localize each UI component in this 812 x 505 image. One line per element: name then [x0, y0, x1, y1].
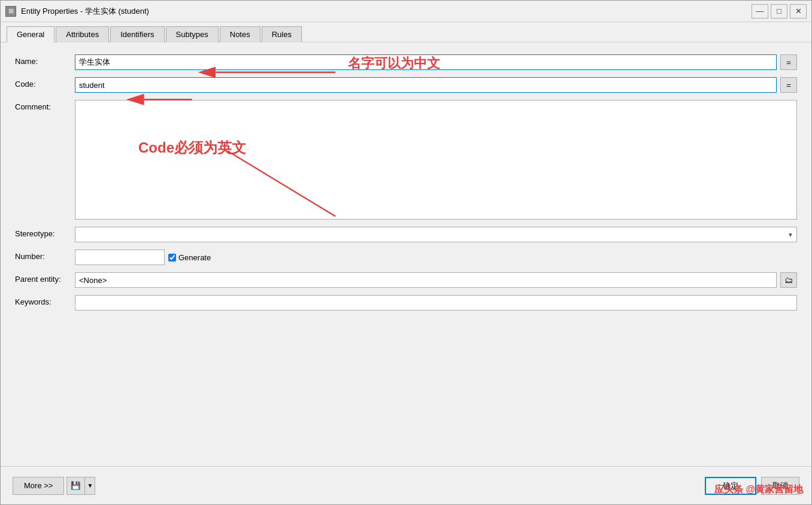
cancel-button[interactable]: 取消: [761, 477, 799, 495]
tab-attributes[interactable]: Attributes: [56, 26, 109, 42]
tab-notes[interactable]: Notes: [220, 26, 260, 42]
title-bar: ⊞ Entity Properties - 学生实体 (student) — □…: [1, 1, 811, 22]
parent-entity-browse-button[interactable]: 🗂: [780, 272, 797, 288]
number-label: Number:: [15, 250, 75, 261]
comment-textarea[interactable]: [75, 100, 797, 220]
keywords-input[interactable]: [75, 295, 797, 311]
number-row: Number: Generate: [15, 250, 797, 265]
main-window: ⊞ Entity Properties - 学生实体 (student) — □…: [0, 0, 812, 505]
save-split-button: 💾 ▼: [66, 477, 95, 495]
tab-subtypes[interactable]: Subtypes: [166, 26, 219, 42]
parent-entity-row: Parent entity: 🗂: [15, 272, 797, 288]
keywords-label: Keywords:: [15, 295, 75, 306]
ok-button[interactable]: 确定: [705, 477, 756, 495]
keywords-control-wrap: [75, 295, 797, 311]
stereotype-control-wrap: ▼: [75, 227, 797, 242]
tab-general[interactable]: General: [7, 26, 54, 42]
stereotype-select-wrapper: ▼: [75, 227, 797, 242]
footer-left: More >> 💾 ▼: [13, 477, 700, 495]
comment-row: Comment:: [15, 100, 797, 220]
code-label: Code:: [15, 77, 75, 89]
parent-entity-input[interactable]: [75, 272, 777, 288]
code-eq-button[interactable]: =: [780, 77, 797, 93]
generate-label-text: Generate: [178, 253, 211, 262]
parent-entity-wrap: 🗂: [75, 272, 797, 288]
close-button[interactable]: ✕: [790, 4, 807, 19]
stereotype-label: Stereotype:: [15, 227, 75, 238]
tab-bar: General Attributes Identifiers Subtypes …: [1, 22, 811, 42]
stereotype-row: Stereotype: ▼: [15, 227, 797, 242]
save-icon: 💾: [71, 481, 81, 490]
window-title: Entity Properties - 学生实体 (student): [21, 6, 752, 17]
code-control-wrap: =: [75, 77, 797, 93]
content-area: Name: = Code: = Comment: Stereotype:: [1, 42, 811, 466]
window-icon: ⊞: [5, 6, 16, 17]
tab-rules[interactable]: Rules: [262, 26, 302, 42]
save-main-button[interactable]: 💾: [66, 477, 84, 495]
more-button[interactable]: More >>: [13, 477, 64, 495]
comment-label: Comment:: [15, 100, 75, 111]
generate-checkbox[interactable]: [168, 254, 176, 261]
name-control-wrap: =: [75, 54, 797, 70]
generate-checkbox-label: Generate: [168, 253, 211, 262]
code-row: Code: =: [15, 77, 797, 93]
name-eq-button[interactable]: =: [780, 54, 797, 70]
tab-identifiers[interactable]: Identifiers: [110, 26, 164, 42]
minimize-button[interactable]: —: [752, 4, 768, 19]
number-input[interactable]: [75, 250, 165, 265]
name-row: Name: =: [15, 54, 797, 70]
save-dropdown-button[interactable]: ▼: [84, 477, 95, 495]
browse-icon: 🗂: [784, 275, 793, 285]
footer: More >> 💾 ▼ 确定 取消 应头条 @黄家营留地: [1, 466, 811, 504]
maximize-button[interactable]: □: [771, 4, 787, 19]
parent-entity-label: Parent entity:: [15, 272, 75, 284]
code-input[interactable]: [75, 77, 777, 93]
save-dropdown-icon: ▼: [87, 482, 93, 489]
name-label: Name:: [15, 54, 75, 66]
name-input[interactable]: [75, 54, 777, 70]
keywords-row: Keywords:: [15, 295, 797, 311]
comment-control-wrap: [75, 100, 797, 220]
stereotype-select[interactable]: [75, 227, 797, 242]
number-control-wrap: Generate: [75, 250, 797, 265]
title-controls: — □ ✕: [752, 4, 807, 19]
